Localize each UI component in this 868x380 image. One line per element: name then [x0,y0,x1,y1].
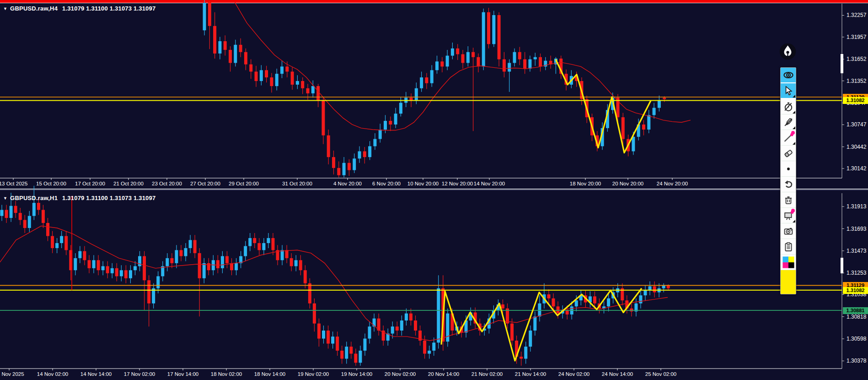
stopwatch-off-icon [783,101,794,112]
candle-body [363,339,366,351]
candle-body [253,238,256,243]
candle-body [524,347,527,358]
candle-body [143,256,146,280]
toolbar-item-undo-icon[interactable] [781,177,796,192]
candle-body [503,60,506,72]
candle-body [539,57,542,67]
time-tick-label: 31 Oct 20:00 [282,181,312,186]
toolbar-item-swatch-icon[interactable] [781,255,796,270]
candle-body [129,270,132,278]
time-tick-label: 25 Nov 02:00 [645,371,676,377]
time-tick-label: 17 Nov 02:00 [124,371,155,377]
candle-body [435,61,439,70]
color-badge [791,131,795,135]
candle-body [557,306,560,313]
candle-body [207,263,210,270]
toolbar-item-clipboard-icon[interactable] [781,239,796,255]
scale-scrollbar-thumb[interactable] [841,258,843,273]
time-tick-label: 18 Nov 14:00 [254,371,285,377]
toolbar-item-eye-icon[interactable] [781,68,796,83]
candle-body [461,54,465,63]
toolbar-item-eraser-icon[interactable] [781,146,796,161]
candle-body [244,246,247,256]
price-tick-label: 1.31693 [847,226,867,232]
candle-body [299,260,302,270]
candle-body [306,88,310,93]
time-tick-label: 21 Nov 14:00 [515,371,546,377]
time-tick-label: 14 Nov 14:00 [80,371,112,377]
chart-panel-h4[interactable]: 1.322571.319571.316521.313521.310471.307… [0,0,867,186]
yellow-swatch[interactable] [781,270,796,294]
toolbar-item-trash-icon[interactable] [781,192,796,208]
flyout-corner-icon [793,95,795,98]
toolbar-item-dot-icon[interactable] [781,161,796,177]
candle-body [593,296,596,303]
eye-icon [783,70,794,81]
candle-body [301,81,304,88]
candle-body [295,260,298,266]
candle-body [244,52,247,65]
candle-body [225,256,229,263]
chart-panel-h1[interactable]: 1.319131.316931.314731.312531.310381.308… [0,186,867,377]
candle-body [138,256,141,266]
toolbar-item-stopwatch-off-icon[interactable] [781,99,796,114]
toolbar-item-cursor-icon[interactable] [781,83,796,99]
candle-body [189,240,192,248]
candle-body [134,266,137,270]
toolbar-item-marker-off-icon[interactable] [781,114,796,130]
candle-body [290,258,293,266]
time-tick-label: 12 Nov 20:00 [442,181,473,186]
collapse-arrow-icon[interactable]: ▼ [3,196,7,201]
collapse-arrow-icon[interactable]: ▼ [3,6,7,11]
candle-body [14,206,17,213]
candle-body [331,337,334,343]
candle-body [271,238,274,250]
toolbar-item-board-icon[interactable] [781,208,796,223]
time-tick-label: 6 Nov 20:00 [372,181,401,186]
pen-tool-button[interactable] [779,43,796,60]
candle-body [501,304,504,309]
candles-series [203,0,666,177]
trash-icon [783,195,794,206]
candle-body [409,314,413,320]
price-tick-label: 1.31652 [847,56,867,62]
time-scale[interactable]: 13 Oct 202515 Oct 20:0017 Oct 20:0021 Oc… [0,178,688,186]
candle-body [120,270,123,276]
moving-average-line [234,1,691,130]
candle-body [221,256,224,268]
candle-body [498,15,501,60]
time-tick-label: 29 Oct 20:00 [229,181,259,186]
candle-body [124,270,128,278]
charts-canvas[interactable]: 1.322571.319571.316521.313521.310471.307… [0,0,868,380]
candle-body [248,238,252,246]
candle-body [37,203,40,210]
time-tick-label: 10 Nov 20:00 [407,181,439,186]
candle-body [0,210,4,216]
time-scale[interactable]: 13 Nov 202514 Nov 02:0014 Nov 14:0017 No… [0,369,676,377]
candle-body [198,253,201,278]
time-tick-label: 24 Nov 14:00 [602,371,633,377]
scale-scrollbar-thumb[interactable] [841,54,843,73]
candle-body [394,114,397,125]
candle-body [400,320,403,331]
time-tick-label: 24 Nov 20:00 [657,181,688,186]
candle-body [170,258,173,263]
candle-body [566,310,569,315]
candle-body [607,299,610,307]
ohlc-values: 1.31079 1.31100 1.31073 1.31097 [62,5,155,12]
candle-body [639,295,642,304]
toolbar-item-trendline-icon[interactable] [781,130,796,146]
candle-body [270,77,273,86]
candle-body [391,326,394,333]
time-tick-label: 17 Nov 14:00 [167,371,198,377]
candle-body [321,101,325,136]
price-scale[interactable]: 1.322571.319571.316521.313521.310471.307… [842,12,867,172]
time-tick-label: 13 Nov 2025 [0,371,24,377]
candle-body [520,357,523,358]
candle-body [64,236,68,250]
candle-body [308,283,311,304]
candle-body [420,77,423,88]
time-tick-label: 18 Nov 20:00 [570,181,601,186]
candle-body [368,326,371,338]
toolbar-item-camera-icon[interactable] [781,223,796,239]
